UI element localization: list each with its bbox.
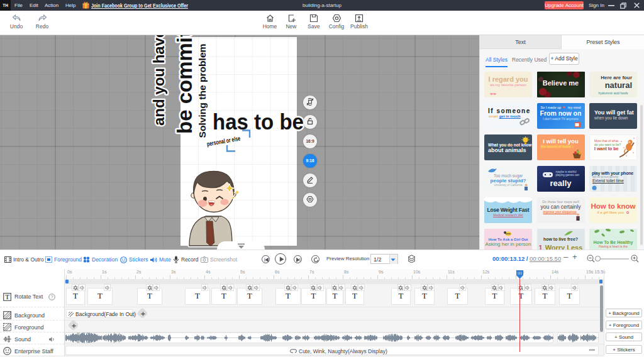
svg-text:personal or else: personal or else bbox=[206, 134, 241, 147]
svg-text:?: ? bbox=[50, 294, 53, 300]
svg-text:Solving the problem: Solving the problem bbox=[197, 44, 208, 138]
svg-text:T: T bbox=[5, 293, 9, 300]
svg-text:and you have to: and you have to bbox=[150, 35, 167, 126]
svg-text:has to be: has to be bbox=[213, 110, 304, 134]
svg-text:be committed: be committed bbox=[173, 35, 196, 134]
